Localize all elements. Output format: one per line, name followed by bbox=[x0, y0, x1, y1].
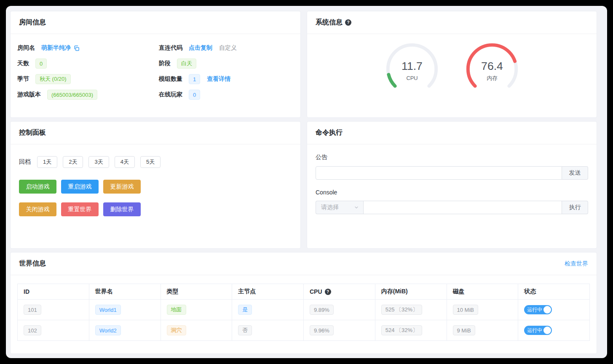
cpu-gauge-value: 11.7 bbox=[402, 60, 423, 72]
update-game-button[interactable]: 更新游戏 bbox=[103, 180, 141, 194]
world-status-label: 运行中 bbox=[527, 306, 542, 314]
console-label: Console bbox=[316, 189, 588, 196]
version-value-tag: (665003/665003) bbox=[47, 90, 97, 100]
season-value-tag: 秋天 (0/20) bbox=[35, 74, 71, 84]
world-id-tag: 102 bbox=[24, 325, 41, 335]
col-world-name: 世界名 bbox=[89, 284, 161, 300]
rollback-4day-button[interactable]: 4天 bbox=[115, 156, 135, 168]
world-cpu-tag: 9.89% bbox=[310, 305, 334, 315]
command-card: 命令执行 公告 发送 Console 请选择 执行 bbox=[307, 121, 597, 249]
control-panel-card: 控制面板 回档 1天 2天 3天 4天 5天 启动游戏 重启游戏 更新游戏 关闭… bbox=[10, 121, 301, 249]
col-master: 主节点 bbox=[232, 284, 304, 300]
world-memory-tag: 525 〔32%〕 bbox=[381, 305, 422, 315]
announce-input-group: 发送 bbox=[316, 166, 588, 180]
mods-field: 模组数量 1 查看详情 bbox=[159, 74, 294, 84]
world-id-tag: 101 bbox=[24, 305, 41, 315]
room-name-label: 房间名 bbox=[17, 44, 35, 52]
room-info-title: 房间信息 bbox=[19, 18, 46, 27]
table-header-row: ID 世界名 类型 主节点 CPU ? 内存(MiB) 磁盘 bbox=[18, 284, 590, 300]
cpu-help-icon[interactable]: ? bbox=[325, 289, 331, 295]
cpu-gauge-label: CPU bbox=[406, 75, 418, 81]
exec-button[interactable]: 执行 bbox=[562, 201, 588, 214]
check-world-link[interactable]: 检查世界 bbox=[565, 260, 588, 268]
reset-world-button[interactable]: 重置世界 bbox=[61, 202, 99, 216]
table-row: 102 World2 洞穴 否 9.96% 524 〔32%〕 9 MiB 运行… bbox=[18, 320, 590, 341]
direct-code-field: 直连代码 点击复制 自定义 bbox=[159, 43, 294, 53]
world-type-tag: 地面 bbox=[167, 305, 186, 315]
room-info-header: 房间信息 bbox=[11, 11, 300, 34]
room-info-card: 房间信息 房间名 萌新半纯净 天数 0 季 bbox=[10, 11, 301, 118]
view-mods-link[interactable]: 查看详情 bbox=[207, 75, 230, 83]
toggle-knob bbox=[543, 327, 551, 334]
world-cpu-tag: 9.96% bbox=[310, 325, 334, 335]
copy-code-link[interactable]: 点击复制 bbox=[189, 44, 212, 52]
world-type-tag: 洞穴 bbox=[167, 325, 186, 335]
phase-value-tag: 白天 bbox=[177, 58, 196, 69]
control-panel-title: 控制面板 bbox=[19, 128, 46, 137]
world-disk-tag: 10 MiB bbox=[453, 305, 478, 315]
console-input-group: 请选择 执行 bbox=[316, 201, 588, 214]
players-field: 在线玩家 0 bbox=[159, 90, 294, 100]
mods-label: 模组数量 bbox=[159, 75, 182, 83]
world-info-header: 世界信息 检查世界 bbox=[11, 252, 597, 275]
command-title: 命令执行 bbox=[316, 128, 343, 137]
world-info-card: 世界信息 检查世界 ID 世界名 类型 主节点 CPU bbox=[10, 252, 597, 354]
days-field: 天数 0 bbox=[17, 58, 152, 69]
col-status: 状态 bbox=[518, 284, 590, 300]
room-info-right-column: 直连代码 点击复制 自定义 阶段 白天 模组数量 1 查看详情 在线玩家 bbox=[159, 43, 294, 105]
world-status-toggle[interactable]: 运行中 bbox=[524, 305, 552, 314]
toggle-knob bbox=[543, 306, 551, 314]
world-memory-tag: 524 〔32%〕 bbox=[381, 325, 422, 335]
rollback-5day-button[interactable]: 5天 bbox=[140, 156, 161, 168]
world-table: ID 世界名 类型 主节点 CPU ? 内存(MiB) 磁盘 bbox=[17, 284, 590, 341]
world-name-tag: World2 bbox=[95, 325, 121, 335]
custom-code-option[interactable]: 自定义 bbox=[219, 44, 237, 52]
world-info-title: 世界信息 bbox=[19, 259, 46, 268]
rollback-1day-button[interactable]: 1天 bbox=[37, 156, 57, 168]
col-id: ID bbox=[18, 284, 89, 300]
system-info-header: 系统信息 ? bbox=[307, 11, 597, 34]
control-panel-header: 控制面板 bbox=[11, 122, 300, 144]
console-input[interactable] bbox=[363, 201, 562, 214]
col-disk: 磁盘 bbox=[447, 284, 518, 300]
phase-field: 阶段 白天 bbox=[159, 58, 294, 69]
console-select[interactable]: 请选择 bbox=[316, 201, 363, 214]
memory-gauge-value: 76.4 bbox=[481, 60, 503, 72]
table-row: 101 World1 地面 是 9.89% 525 〔32%〕 10 MiB 运… bbox=[18, 300, 590, 320]
col-memory: 内存(MiB) bbox=[375, 284, 447, 300]
restart-game-button[interactable]: 重启游戏 bbox=[61, 180, 99, 194]
app-shell: 房间信息 房间名 萌新半纯净 天数 0 季 bbox=[6, 6, 607, 358]
days-value-tag: 0 bbox=[35, 58, 47, 69]
start-game-button[interactable]: 启动游戏 bbox=[19, 180, 56, 194]
world-status-label: 运行中 bbox=[527, 327, 542, 334]
system-info-title: 系统信息 ? bbox=[316, 18, 351, 27]
phase-label: 阶段 bbox=[159, 60, 171, 67]
chevron-down-icon bbox=[354, 205, 359, 210]
rollback-2day-button[interactable]: 2天 bbox=[63, 156, 83, 168]
stop-game-button[interactable]: 关闭游戏 bbox=[19, 202, 56, 216]
announce-label: 公告 bbox=[316, 154, 588, 161]
room-name-link[interactable]: 萌新半纯净 bbox=[41, 44, 71, 52]
version-label: 游戏版本 bbox=[17, 91, 41, 98]
action-row-2: 关闭游戏 重置世界 删除世界 bbox=[19, 202, 292, 216]
system-info-card: 系统信息 ? 11.7 CPU 76. bbox=[307, 11, 597, 118]
copy-icon[interactable] bbox=[73, 45, 80, 51]
world-master-tag: 是 bbox=[238, 305, 252, 315]
col-cpu: CPU ? bbox=[304, 284, 375, 300]
days-label: 天数 bbox=[17, 60, 29, 67]
mods-count-tag: 1 bbox=[189, 74, 200, 84]
rollback-3day-button[interactable]: 3天 bbox=[88, 156, 109, 168]
world-master-tag: 否 bbox=[238, 325, 252, 335]
players-count-tag: 0 bbox=[189, 90, 200, 100]
room-name-field: 房间名 萌新半纯净 bbox=[17, 43, 152, 53]
world-status-toggle[interactable]: 运行中 bbox=[524, 326, 552, 335]
help-icon[interactable]: ? bbox=[345, 19, 351, 26]
memory-gauge: 76.4 内存 bbox=[463, 40, 521, 99]
world-name-tag: World1 bbox=[95, 305, 121, 315]
announce-input[interactable] bbox=[316, 166, 562, 180]
action-row-1: 启动游戏 重启游戏 更新游戏 bbox=[19, 180, 292, 194]
send-button[interactable]: 发送 bbox=[562, 166, 588, 180]
season-label: 季节 bbox=[17, 75, 29, 83]
delete-world-button[interactable]: 删除世界 bbox=[103, 202, 141, 216]
cpu-gauge: 11.7 CPU bbox=[383, 40, 441, 99]
